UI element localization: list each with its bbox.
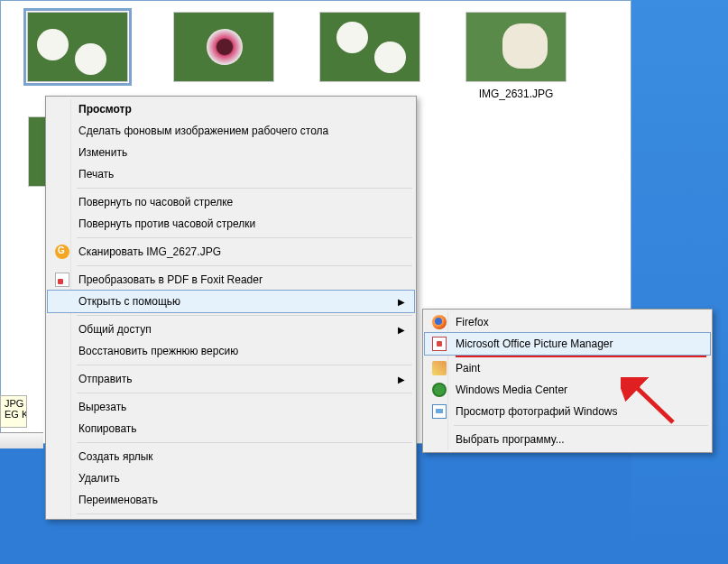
thumbnail-item[interactable]: IMG_2631.JPG: [466, 12, 566, 100]
context-menu-item[interactable]: Отправить▶: [48, 368, 414, 390]
menu-item-label: Открыть с помощью: [78, 295, 180, 308]
menu-item-label: Вырезать: [78, 401, 126, 413]
menu-item-label: Microsoft Office Picture Manager: [456, 337, 613, 350]
thumbnail-image[interactable]: [319, 12, 420, 82]
paint-icon: [432, 361, 447, 375]
menu-item-label: Просмотр: [78, 103, 132, 116]
desktop-background: [631, 0, 728, 564]
menu-item-label: Paint: [456, 362, 480, 374]
menu-separator: [77, 188, 412, 189]
submenu-item[interactable]: Paint: [425, 357, 710, 379]
menu-item-label: Общий доступ: [78, 323, 152, 336]
thumbnail-item[interactable]: [174, 12, 273, 100]
context-menu-item[interactable]: Сделать фоновым изображением рабочего ст…: [48, 120, 414, 142]
context-menu-item[interactable]: Печать: [48, 163, 414, 185]
firefox-icon: [432, 315, 447, 329]
submenu-item[interactable]: Microsoft Office Picture Manager: [425, 333, 710, 355]
thumbnail-item[interactable]: [320, 12, 419, 100]
context-submenu-open-with: FirefoxMicrosoft Office Picture ManagerP…: [422, 309, 713, 453]
thumbnail-image[interactable]: [27, 12, 128, 82]
menu-separator: [77, 442, 412, 443]
menu-item-label: Создать ярлык: [78, 450, 153, 463]
menu-item-label: Удалить: [78, 472, 120, 485]
context-menu-item[interactable]: Повернуть против часовой стрелки: [48, 213, 414, 235]
menu-item-label: Отправить: [78, 373, 133, 385]
context-menu-item[interactable]: Копировать: [48, 418, 414, 439]
context-menu: ПросмотрСделать фоновым изображением раб…: [45, 96, 417, 520]
submenu-item[interactable]: Выбрать программу...: [425, 429, 710, 450]
thumbnail-item[interactable]: [28, 12, 127, 100]
menu-item-label: Firefox: [456, 316, 489, 328]
context-menu-item[interactable]: Изменить: [48, 142, 414, 163]
menu-separator: [77, 393, 412, 393]
context-menu-item[interactable]: Открыть с помощью▶: [48, 291, 414, 312]
menu-item-label: Выбрать программу...: [456, 433, 565, 446]
context-menu-item[interactable]: Повернуть по часовой стрелке: [48, 191, 414, 213]
menu-item-label: Копировать: [78, 422, 137, 435]
pdf-icon: [55, 273, 69, 287]
submenu-item[interactable]: Firefox: [425, 311, 710, 333]
menu-item-label: Восстановить прежнюю версию: [78, 345, 238, 357]
context-menu-item[interactable]: Переименовать: [48, 489, 414, 511]
thumbnail-image[interactable]: [173, 12, 274, 82]
taskbar-fragment: [0, 432, 43, 448]
context-menu-item[interactable]: Удалить: [48, 467, 414, 489]
context-menu-item[interactable]: Вырезать: [48, 396, 414, 418]
menu-separator: [77, 265, 412, 266]
context-menu-item[interactable]: Просмотр: [48, 98, 414, 120]
context-menu-item[interactable]: Сканировать IMG_2627.JPG: [48, 241, 414, 263]
menu-item-label: Повернуть по часовой стрелке: [78, 196, 233, 208]
scan-icon: [55, 245, 69, 259]
context-menu-item[interactable]: Создать ярлык: [48, 446, 414, 467]
menu-separator: [77, 315, 412, 316]
mspm-icon: [432, 337, 447, 351]
menu-item-label: Windows Media Center: [456, 384, 567, 396]
tooltip-line: EG K: [5, 409, 23, 420]
menu-item-label: Изменить: [78, 146, 127, 159]
menu-item-label: Просмотр фотографий Windows: [456, 405, 617, 418]
menu-item-label: Переименовать: [78, 494, 158, 506]
chevron-right-icon: ▶: [398, 297, 405, 307]
menu-separator: [77, 237, 412, 238]
thumbnail-item-partial[interactable]: [28, 116, 46, 187]
wmc-icon: [432, 383, 447, 397]
chevron-right-icon: ▶: [398, 374, 405, 384]
menu-separator: [454, 425, 708, 426]
menu-item-label: Сканировать IMG_2627.JPG: [78, 245, 221, 258]
context-menu-item[interactable]: Восстановить прежнюю версию: [48, 340, 414, 362]
thumbnail-image[interactable]: [465, 12, 567, 82]
thumbnail-label: IMG_2631.JPG: [479, 88, 554, 100]
thumbnail-grid: IMG_2631.JPG: [1, 1, 631, 111]
file-info-tooltip: JPG EG K: [0, 395, 27, 428]
menu-separator: [77, 513, 412, 514]
photo-icon: [432, 404, 447, 419]
context-menu-item[interactable]: Преобразовать в PDF в Foxit Reader: [48, 269, 414, 291]
tooltip-line: JPG: [5, 398, 23, 409]
menu-separator: [77, 365, 412, 365]
context-menu-item[interactable]: Общий доступ▶: [48, 319, 414, 340]
menu-item-label: Печать: [78, 168, 114, 180]
menu-item-label: Преобразовать в PDF в Foxit Reader: [78, 273, 263, 286]
menu-item-label: Повернуть против часовой стрелки: [78, 217, 255, 230]
menu-item-label: Сделать фоновым изображением рабочего ст…: [78, 125, 328, 137]
chevron-right-icon: ▶: [398, 325, 405, 335]
submenu-item[interactable]: Просмотр фотографий Windows: [425, 401, 710, 422]
submenu-item[interactable]: Windows Media Center: [425, 379, 710, 401]
